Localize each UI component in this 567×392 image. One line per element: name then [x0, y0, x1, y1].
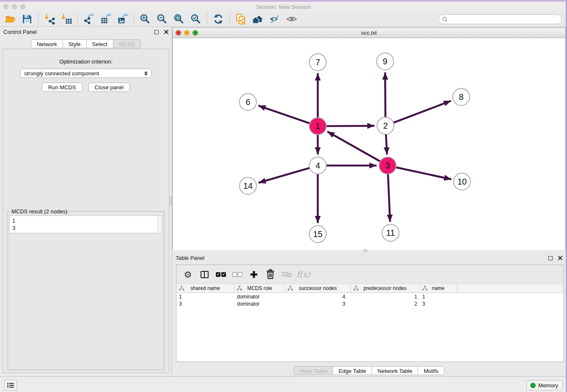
graph-node-1[interactable]: 1 — [309, 117, 327, 135]
tab-network[interactable]: Network — [31, 39, 63, 48]
column-header-predecessor-nodes[interactable]: predecessor nodes — [351, 284, 420, 293]
graph-node-4[interactable]: 4 — [309, 157, 327, 174]
graph-node-8[interactable]: 8 — [452, 88, 470, 106]
open-session-button[interactable] — [3, 13, 18, 25]
export-network-button[interactable] — [81, 13, 96, 25]
edge-4-14[interactable] — [259, 168, 310, 183]
zoom-in-button[interactable] — [138, 13, 153, 25]
import-table-button[interactable] — [59, 13, 74, 25]
close-panel-icon[interactable] — [558, 256, 562, 260]
add-column-button[interactable]: ✚ — [248, 268, 260, 281]
deselect-all-button[interactable] — [231, 268, 244, 281]
refresh-layout-button[interactable] — [211, 13, 226, 25]
select-all-button[interactable]: ✓✓ — [215, 268, 227, 281]
close-panel-button[interactable]: Close panel — [88, 83, 130, 92]
hide-network-button[interactable] — [267, 13, 282, 25]
tab-style[interactable]: Style — [63, 39, 87, 48]
edge-1-6[interactable] — [259, 105, 310, 123]
network-window: × − + scc.txt 7968124314101511 — [172, 28, 566, 250]
table-row-2[interactable]: 3dominator323 — [176, 300, 563, 307]
node-table: shared nameMCDS rolesuccessor nodesprede… — [176, 284, 563, 307]
column-header-shared-name[interactable]: shared name — [176, 284, 234, 293]
zoom-fit-icon — [173, 14, 184, 25]
home-icon — [252, 14, 264, 25]
graph-node-15[interactable]: 15 — [309, 225, 327, 243]
list-icon — [7, 382, 14, 388]
graph-node-3[interactable]: 3 — [379, 157, 396, 174]
network-canvas[interactable]: 7968124314101511 — [173, 38, 565, 250]
export-table-button[interactable] — [98, 13, 113, 25]
delete-table-button[interactable] — [281, 268, 293, 281]
close-panel-icon[interactable] — [164, 30, 168, 34]
graph-node-7[interactable]: 7 — [309, 53, 327, 71]
duplicate-network-button[interactable] — [233, 13, 248, 25]
edge-layer — [173, 38, 565, 250]
tab-select[interactable]: Select — [87, 39, 113, 48]
tree-icon — [179, 286, 184, 291]
column-header-successor-nodes[interactable]: successor nodes — [285, 284, 351, 293]
toolbar-separator — [229, 14, 230, 25]
edge-2-3[interactable] — [386, 134, 387, 155]
delete-column-button[interactable] — [264, 268, 277, 281]
result-scrollbar[interactable] — [157, 216, 162, 233]
search-input[interactable] — [450, 16, 558, 23]
open-folder-icon — [5, 14, 16, 25]
float-panel-icon[interactable] — [154, 30, 159, 34]
mcds-result-title: MCDS result (2 nodes) — [10, 208, 69, 215]
select-chevrons-icon — [144, 71, 148, 76]
tab-mcds[interactable]: MCDS — [113, 39, 141, 48]
control-panel: Control Panel NetworkStyleSelectMCDS Opt… — [0, 27, 172, 376]
edge-2-9[interactable] — [385, 72, 385, 117]
column-header-mcds-role[interactable]: MCDS role — [234, 284, 285, 293]
graph-node-9[interactable]: 9 — [376, 52, 394, 70]
optimization-select[interactable]: strongly connected component — [20, 69, 151, 78]
edge-3-10[interactable] — [396, 167, 451, 179]
function-builder-button[interactable]: f(x) — [297, 268, 310, 281]
zoom-in-icon — [140, 14, 151, 25]
edge-3-1[interactable] — [328, 132, 380, 161]
graph-node-11[interactable]: 11 — [382, 224, 399, 242]
edge-2-8[interactable] — [394, 101, 451, 123]
task-history-button[interactable] — [4, 380, 17, 390]
graph-node-6[interactable]: 6 — [239, 93, 257, 111]
zoom-fit-button[interactable] — [171, 13, 187, 25]
table-tab-network-table[interactable]: Network Table — [372, 366, 418, 375]
table-tab-motifs[interactable]: Motifs — [418, 366, 444, 375]
mcds-result-area[interactable]: 1 3 — [9, 215, 162, 233]
network-window-titlebar[interactable]: × − + scc.txt — [173, 28, 565, 38]
float-panel-icon[interactable] — [548, 256, 553, 260]
save-floppy-icon — [22, 14, 33, 25]
table-settings-button[interactable]: ⚙ — [182, 268, 194, 281]
tree-icon — [422, 286, 427, 291]
table-tab-node-table[interactable]: Node Table — [294, 366, 333, 375]
zoom-selected-button[interactable] — [188, 13, 204, 25]
search-box[interactable] — [438, 14, 562, 24]
status-bar: Memory — [0, 376, 567, 392]
edge-1-2[interactable] — [326, 126, 374, 126]
gear-icon: ⚙ — [184, 270, 192, 279]
import-network-button[interactable] — [42, 13, 57, 25]
toolbar-separator — [77, 14, 78, 25]
table-row-1[interactable]: 1dominator411 — [176, 293, 563, 300]
search-icon — [442, 17, 448, 22]
toolbar-separator — [38, 14, 39, 25]
vertical-splitter-handle[interactable] — [169, 196, 172, 206]
table-tab-edge-table[interactable]: Edge Table — [333, 366, 372, 375]
graph-node-14[interactable]: 14 — [239, 177, 257, 195]
graph-node-10[interactable]: 10 — [453, 173, 471, 190]
show-column-panel-button[interactable] — [198, 268, 211, 281]
horizontal-splitter-handle[interactable] — [363, 249, 367, 252]
run-mcds-button[interactable]: Run MCDS — [42, 83, 83, 92]
column-header-name[interactable]: name — [420, 284, 457, 293]
toolbar-separator — [134, 14, 134, 25]
memory-label: Memory — [538, 382, 558, 389]
home-view-button[interactable] — [250, 13, 265, 25]
memory-button[interactable]: Memory — [526, 380, 563, 390]
show-network-button[interactable] — [284, 13, 299, 25]
export-image-button[interactable] — [115, 13, 130, 25]
zoom-out-button[interactable] — [154, 13, 170, 25]
edge-3-11[interactable] — [388, 174, 390, 222]
save-session-button[interactable] — [19, 13, 35, 25]
table-toolbar: ⚙ ✓✓ ✚ — [176, 265, 563, 284]
graph-node-2[interactable]: 2 — [377, 117, 394, 135]
